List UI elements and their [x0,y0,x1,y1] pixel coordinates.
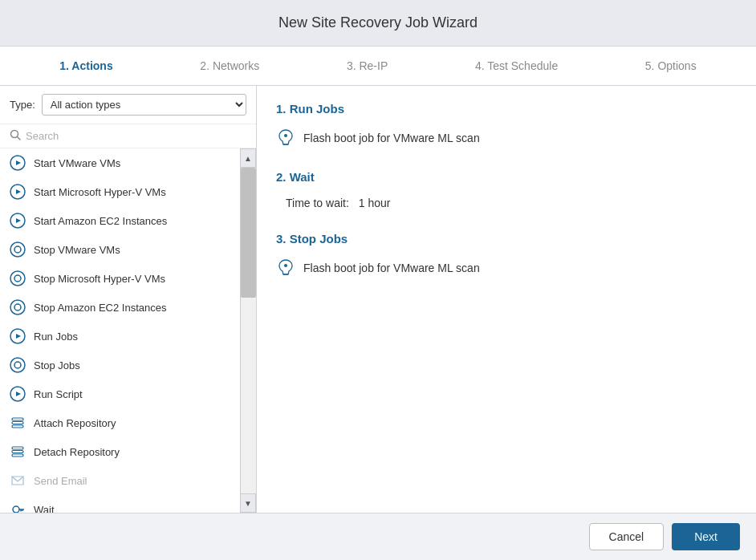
action-job-icon [276,128,295,148]
type-select[interactable]: All action types Start Stop Script Wait [42,94,246,116]
svg-line-1 [18,137,21,140]
list-item[interactable]: Detach Repository [0,437,256,466]
stop-icon [10,299,26,315]
svg-rect-23 [12,447,23,449]
list-item-label: Stop VMware VMs [34,244,120,256]
play-icon [10,328,26,344]
db-icon [10,444,26,460]
list-item-label: Start Microsoft Hyper-V VMs [34,186,166,198]
scroll-down-button[interactable]: ▼ [240,493,256,513]
play-icon [10,184,26,200]
list-item[interactable]: Start Microsoft Hyper-V VMs [0,177,256,206]
stop-icon [10,241,26,258]
list-item-label: Run Script [34,388,83,400]
svg-rect-22 [12,425,23,428]
list-item-label: Send Email [34,475,87,487]
list-item[interactable]: Stop Jobs [0,351,256,379]
wizard-title: New Site Recovery Job Wizard [278,14,478,30]
stop-jobs-header: 3. Stop Jobs [276,232,737,246]
list-item[interactable]: Wait [0,495,256,513]
step-actions[interactable]: 1. Actions [59,59,112,72]
play-icon [10,155,26,171]
svg-point-16 [10,358,25,372]
list-item[interactable]: Run Jobs [0,322,256,351]
list-item[interactable]: Run Script [0,379,256,408]
wizard-footer: Cancel Next [0,513,756,560]
list-item-label: Stop Microsoft Hyper-V VMs [34,273,165,285]
list-item-label: Stop Jobs [34,359,80,371]
type-label: Type: [10,99,35,111]
svg-point-12 [10,300,25,314]
list-item-label: Wait [34,504,55,513]
db-icon [10,415,26,431]
list-item[interactable]: Start Amazon EC2 Instances [0,206,256,235]
list-item[interactable]: Send Email [0,466,256,495]
action-job-icon [276,258,295,278]
key-icon [10,501,26,513]
list-item[interactable]: Stop Amazon EC2 Instances [0,293,256,322]
scrollbar-thumb [241,168,256,298]
svg-marker-3 [16,160,21,165]
svg-point-10 [10,271,25,286]
step-options[interactable]: 5. Options [645,59,697,72]
svg-rect-20 [12,418,23,420]
action-item-text: Flash boot job for VMware ML scan [303,132,480,144]
list-item-label: Attach Repository [34,417,116,429]
list-item[interactable]: Attach Repository [0,408,256,437]
wait-time-value: 1 hour [359,197,391,209]
right-panel: 1. Run Jobs Flash boot job for VMware ML… [257,86,756,513]
action-item-text: Flash boot job for VMware ML scan [303,262,480,274]
type-row: Type: All action types Start Stop Script… [0,86,256,124]
list-item-label: Start Amazon EC2 Instances [34,215,167,227]
step-test-schedule[interactable]: 4. Test Schedule [475,59,558,72]
list-item[interactable]: Stop VMware VMs [0,235,256,264]
svg-rect-25 [12,454,23,457]
svg-point-34 [284,264,287,267]
stop-jobs-section: 3. Stop Jobs Flash boot job for VMware M… [276,232,737,281]
step-reip[interactable]: 3. Re-IP [347,59,388,72]
search-input[interactable] [26,130,246,142]
wait-header: 2. Wait [276,170,737,184]
play-icon [10,213,26,229]
wait-section: 2. Wait Time to wait: 1 hour [276,170,737,213]
search-icon [10,129,21,143]
list-item-label: Detach Repository [34,446,120,458]
next-button[interactable]: Next [672,523,740,550]
svg-point-11 [14,275,21,282]
email-icon [10,473,26,489]
search-row [0,124,256,148]
stop-icon [10,357,26,373]
run-jobs-section: 1. Run Jobs Flash boot job for VMware ML… [276,102,737,151]
action-item: Flash boot job for VMware ML scan [276,255,737,281]
scrollbar-track [240,168,256,493]
wait-detail: Time to wait: 1 hour [276,193,737,213]
action-item: Flash boot job for VMware ML scan [276,125,737,151]
list-item[interactable]: Stop Microsoft Hyper-V VMs [0,264,256,293]
step-networks[interactable]: 2. Networks [200,59,259,72]
list-item[interactable]: Start VMware VMs [0,148,256,177]
svg-marker-15 [16,334,21,339]
svg-rect-21 [12,422,23,424]
svg-point-32 [284,134,287,137]
svg-marker-7 [16,218,21,223]
svg-marker-5 [16,189,21,194]
list-item-label: Start VMware VMs [34,157,120,169]
stop-icon [10,270,26,286]
svg-marker-19 [16,392,21,396]
wait-time-label: Time to wait: [286,197,349,209]
scroll-up-button[interactable]: ▲ [240,148,256,168]
svg-point-13 [14,304,21,310]
left-panel: Type: All action types Start Stop Script… [0,86,257,513]
steps-bar: 1. Actions 2. Networks 3. Re-IP 4. Test … [0,47,756,86]
list-item-label: Stop Amazon EC2 Instances [34,302,166,314]
play-icon [10,386,26,402]
cancel-button[interactable]: Cancel [589,523,665,550]
svg-point-8 [10,242,25,257]
run-jobs-header: 1. Run Jobs [276,102,737,116]
svg-point-17 [14,362,21,368]
svg-point-9 [14,246,21,253]
svg-rect-24 [12,451,23,453]
items-list: Start VMware VMs Start Microsoft Hyper-V… [0,148,256,513]
svg-point-26 [13,506,19,513]
list-item-label: Run Jobs [34,331,78,343]
